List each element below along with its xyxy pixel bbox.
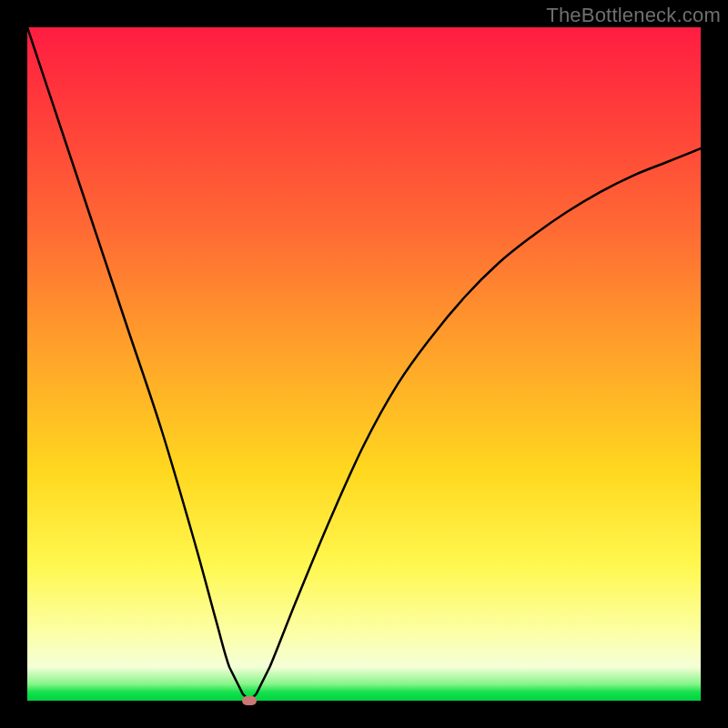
chart-frame: TheBottleneck.com <box>0 0 728 728</box>
watermark-text: TheBottleneck.com <box>546 4 721 27</box>
curve-minimum-marker <box>242 696 257 705</box>
bottleneck-curve <box>27 27 701 701</box>
plot-area <box>27 27 701 701</box>
